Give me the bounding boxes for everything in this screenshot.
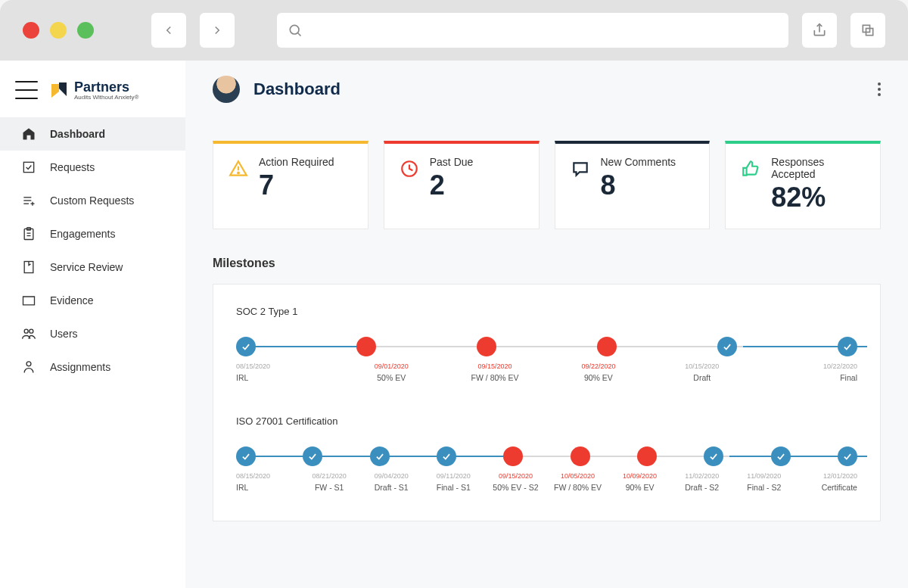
milestone-name: 50% EV - S2 <box>493 483 538 492</box>
sidebar-item-evidence[interactable]: Evidence <box>0 284 185 317</box>
card-label: Action Required <box>259 156 334 168</box>
logo-mark-icon <box>48 79 70 101</box>
sidebar-item-service-review[interactable]: Service Review <box>0 250 185 284</box>
milestone-label: 10/15/2020Draft <box>650 362 754 384</box>
milestone-name: 50% EV <box>377 373 406 382</box>
page-title: Dashboard <box>253 79 340 99</box>
card-responses-accepted[interactable]: Responses Accepted 82% <box>725 141 881 229</box>
milestone-date: 10/05/2020 <box>546 472 608 480</box>
sidebar-item-users[interactable]: Users <box>0 317 185 350</box>
maximize-window-icon[interactable] <box>77 22 94 39</box>
milestone-dot[interactable] <box>571 446 590 466</box>
forward-button[interactable] <box>200 13 235 48</box>
milestone-name: Draft - S2 <box>685 483 719 492</box>
milestone-dot[interactable] <box>597 337 617 356</box>
engagements-icon <box>21 226 36 241</box>
milestone-dot[interactable] <box>717 337 737 356</box>
search-icon <box>288 23 303 38</box>
milestone-dot[interactable] <box>356 337 376 356</box>
check-icon <box>307 451 318 462</box>
url-bar[interactable] <box>277 13 788 48</box>
milestone-label: 11/09/2020Final - S2 <box>733 472 795 493</box>
sidebar-item-label: Engagements <box>50 228 115 240</box>
timeline-track <box>236 446 857 466</box>
milestone-date: 11/02/2020 <box>671 472 733 480</box>
sidebar-item-assignments[interactable]: Assignments <box>0 350 185 384</box>
milestone-date: 08/15/2020 <box>236 472 298 480</box>
milestone-name: Final - S2 <box>747 483 781 492</box>
milestone-dot[interactable] <box>236 446 256 466</box>
svg-point-18 <box>26 362 31 366</box>
milestone-dot[interactable] <box>637 446 657 466</box>
svg-point-16 <box>24 329 28 333</box>
milestone-label: 10/09/202090% EV <box>609 472 671 493</box>
milestone-date: 09/15/2020 <box>484 472 546 480</box>
milestone-dot[interactable] <box>437 446 456 466</box>
check-icon <box>708 451 719 462</box>
milestone-date: 10/09/2020 <box>609 472 671 480</box>
card-past-due[interactable]: Past Due 2 <box>384 141 540 229</box>
milestone-label: 10/22/2020Final <box>754 362 857 384</box>
sidebar-item-requests[interactable]: Requests <box>0 151 185 184</box>
milestone-label: 10/05/2020FW / 80% EV <box>546 472 608 493</box>
milestone-label: 09/15/202050% EV - S2 <box>484 472 546 493</box>
milestone-dot[interactable] <box>704 446 723 466</box>
assignments-icon <box>21 359 36 375</box>
minimize-window-icon[interactable] <box>50 22 67 39</box>
milestone-name: FW / 80% EV <box>471 373 519 382</box>
milestone-date: 09/01/2020 <box>340 362 443 370</box>
milestone-dot[interactable] <box>236 337 256 356</box>
svg-rect-5 <box>23 162 33 172</box>
milestone-label: 08/15/2020IRL <box>236 472 298 493</box>
milestone-dot[interactable] <box>771 446 791 466</box>
window-controls <box>23 22 94 39</box>
card-new-comments[interactable]: New Comments 8 <box>555 141 711 229</box>
timeline-title: ISO 27001 Certification <box>236 415 857 427</box>
card-value: 2 <box>430 170 474 201</box>
milestone-name: IRL <box>236 373 248 382</box>
milestone-dot[interactable] <box>503 446 523 466</box>
sidebar-item-label: Assignments <box>50 361 110 373</box>
more-menu-button[interactable] <box>878 82 881 96</box>
milestone-name: FW / 80% EV <box>554 483 602 492</box>
close-window-icon[interactable] <box>23 22 39 39</box>
sidebar-item-custom-requests[interactable]: Custom Requests <box>0 184 185 217</box>
back-button[interactable] <box>151 13 186 48</box>
milestone-dot[interactable] <box>838 337 857 356</box>
timeline: SOC 2 Type 108/15/2020IRL09/01/202050% E… <box>236 306 857 384</box>
milestone-name: 90% EV <box>584 373 613 382</box>
card-action-required[interactable]: Action Required 7 <box>213 141 368 229</box>
thumbs-up-icon <box>741 159 760 179</box>
milestone-dot[interactable] <box>370 446 390 466</box>
comment-icon <box>571 159 590 179</box>
share-button[interactable] <box>802 13 837 48</box>
milestone-date: 10/15/2020 <box>650 362 754 370</box>
sidebar-item-dashboard[interactable]: Dashboard <box>0 117 185 151</box>
milestone-dot[interactable] <box>477 337 496 356</box>
svg-line-1 <box>298 33 301 36</box>
sidebar-item-label: Evidence <box>50 294 94 306</box>
menu-toggle-button[interactable] <box>15 81 38 99</box>
avatar[interactable] <box>213 76 240 103</box>
milestone-date: 09/22/2020 <box>546 362 650 370</box>
milestone-dot[interactable] <box>303 446 322 466</box>
logo: Partners Audits Without Anxiety® <box>48 79 139 101</box>
svg-point-17 <box>30 329 33 333</box>
milestone-date: 09/11/2020 <box>422 472 484 480</box>
clock-icon <box>400 159 419 179</box>
milestone-name: Final <box>840 373 857 382</box>
copy-button[interactable] <box>850 13 885 48</box>
custom-requests-icon <box>21 193 36 208</box>
browser-chrome <box>0 0 908 61</box>
logo-name: Partners <box>74 80 139 94</box>
card-label: Past Due <box>430 156 474 168</box>
milestone-date: 12/01/2020 <box>795 472 857 480</box>
milestone-dot[interactable] <box>838 446 857 466</box>
dashboard-icon <box>21 126 36 142</box>
milestone-date: 08/21/2020 <box>298 472 360 480</box>
evidence-icon <box>21 293 36 308</box>
milestone-name: Final - S1 <box>437 483 471 492</box>
milestone-date: 09/15/2020 <box>443 362 547 370</box>
sidebar-item-engagements[interactable]: Engagements <box>0 217 185 250</box>
sidebar: Partners Audits Without Anxiety® Dashboa… <box>0 61 185 588</box>
